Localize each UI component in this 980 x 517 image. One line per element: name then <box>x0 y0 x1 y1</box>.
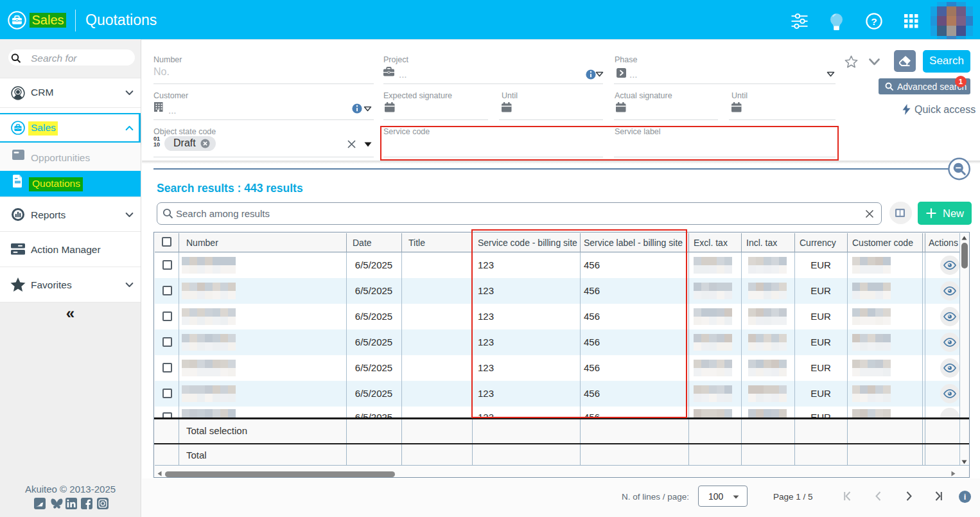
svg-text:?: ? <box>871 16 877 27</box>
